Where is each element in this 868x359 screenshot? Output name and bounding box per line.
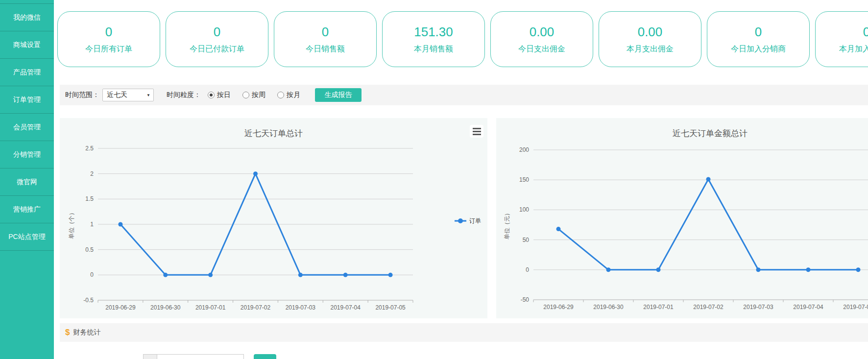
stat-value: 0 <box>863 24 868 40</box>
bottom-search-button[interactable] <box>254 354 276 359</box>
svg-text:2019-06-30: 2019-06-30 <box>150 304 181 311</box>
radio-by-day[interactable]: 按日 <box>208 91 231 99</box>
stat-value: 0 <box>105 24 112 40</box>
svg-text:2019-07-04: 2019-07-04 <box>331 304 361 311</box>
stat-label: 今日已付款订单 <box>190 44 244 54</box>
svg-text:单位（元）: 单位（元） <box>504 210 510 239</box>
sidebar-item-label: PC站点管理 <box>8 233 45 241</box>
stat-card-today-distributors: 0 今日加入分销商 <box>707 11 810 67</box>
dollar-icon: $ <box>65 328 70 337</box>
stat-card-today-orders: 0 今日所有订单 <box>57 11 160 67</box>
time-range-select[interactable]: 近七天 ▼ <box>102 89 154 101</box>
svg-text:2019-07-05: 2019-07-05 <box>843 304 868 311</box>
stat-label: 今日销售额 <box>306 44 345 54</box>
radio-label: 按日 <box>217 91 231 99</box>
stat-label: 本月支出佣金 <box>627 44 674 54</box>
stat-card-today-sales: 0 今日销售额 <box>274 11 377 67</box>
svg-text:2019-06-30: 2019-06-30 <box>593 304 624 311</box>
sidebar-item-label: 分销管理 <box>13 150 41 159</box>
svg-text:2019-07-05: 2019-07-05 <box>375 304 406 311</box>
stat-card-today-commission: 0.00 今日支出佣金 <box>490 11 593 67</box>
svg-text:0: 0 <box>90 271 94 278</box>
svg-text:订单: 订单 <box>469 217 481 224</box>
svg-text:1.5: 1.5 <box>85 195 94 202</box>
sidebar-item-label: 微官网 <box>17 178 37 187</box>
sidebar-item-distribution-mgmt[interactable]: 分销管理 <box>0 141 54 168</box>
bottom-input-addon <box>143 354 157 359</box>
sidebar-item-label: 订单管理 <box>13 96 41 104</box>
sidebar-item-label: 产品管理 <box>13 68 41 77</box>
sidebar-item-member-mgmt[interactable]: 会员管理 <box>0 114 54 141</box>
sidebar-item-product-mgmt[interactable]: 产品管理 <box>0 59 54 86</box>
sidebar-item-my-wechat[interactable]: 我的微信 <box>0 4 54 31</box>
radio-icon <box>277 92 284 98</box>
sidebar-item-label: 会员管理 <box>13 123 41 132</box>
stat-label: 本月销售额 <box>414 44 453 54</box>
svg-text:2019-06-29: 2019-06-29 <box>543 304 574 311</box>
sidebar-item-label: 商城设置 <box>13 41 41 49</box>
stat-value: 0 <box>214 24 220 40</box>
svg-text:2019-06-29: 2019-06-29 <box>105 304 136 311</box>
stat-label: 今日支出佣金 <box>518 44 565 54</box>
filter-bar: 时间范围： 近七天 ▼ 时间粒度： 按日 按周 按月 <box>60 85 868 105</box>
svg-text:2019-07-02: 2019-07-02 <box>693 304 723 311</box>
order-amount-chart-panel: -500501001502002019-06-292019-06-302019-… <box>496 118 868 318</box>
radio-icon <box>242 92 249 98</box>
radio-icon <box>208 92 215 98</box>
bottom-input[interactable] <box>157 354 244 359</box>
stat-value: 0 <box>755 24 762 40</box>
stat-label: 本月加入分销商 <box>839 44 868 54</box>
sidebar-item-marketing[interactable]: 营销推广 <box>0 196 54 223</box>
svg-text:1: 1 <box>90 221 94 228</box>
stat-card-month-commission: 0.00 本月支出佣金 <box>599 11 701 67</box>
sidebar-item-label: 营销推广 <box>13 205 41 214</box>
sidebar-item-pc-site-mgmt[interactable]: PC站点管理 <box>0 223 54 251</box>
radio-by-month[interactable]: 按月 <box>277 91 300 99</box>
granularity-radio-group: 按日 按周 按月 <box>208 91 300 99</box>
charts-row: -0.500.511.522.52019-06-292019-06-302019… <box>60 118 868 318</box>
granularity-label: 时间粒度： <box>167 91 201 99</box>
stat-value: 0.00 <box>638 24 663 40</box>
stat-card-today-paid-orders: 0 今日已付款订单 <box>166 11 268 67</box>
svg-text:150: 150 <box>519 176 529 183</box>
svg-text:200: 200 <box>519 146 529 153</box>
svg-text:2019-07-01: 2019-07-01 <box>195 304 226 311</box>
order-amount-line-chart: -500501001502002019-06-292019-06-302019-… <box>496 118 868 318</box>
chevron-down-icon: ▼ <box>146 93 150 97</box>
sidebar-item-label: 我的微信 <box>13 13 41 22</box>
sidebar: 我的微信 商城设置 产品管理 订单管理 会员管理 分销管理 微官网 营销推广 P… <box>0 0 54 359</box>
stat-value: 0.00 <box>530 24 555 40</box>
orders-chart-panel: -0.500.511.522.52019-06-292019-06-302019… <box>60 118 487 318</box>
radio-by-week[interactable]: 按周 <box>242 91 265 99</box>
generate-report-button[interactable]: 生成报告 <box>315 88 362 102</box>
svg-text:2019-07-04: 2019-07-04 <box>793 304 823 311</box>
stat-card-month-distributors: 0 本月加入分销商 <box>815 11 868 67</box>
radio-label: 按月 <box>287 91 300 99</box>
main-content: 0 今日所有订单 0 今日已付款订单 0 今日销售额 151.30 本月销售额 … <box>54 0 868 359</box>
svg-text:-50: -50 <box>521 296 530 303</box>
stat-value: 151.30 <box>414 24 453 40</box>
stat-label: 今日加入分销商 <box>731 44 786 54</box>
sidebar-item-partial <box>0 0 54 4</box>
svg-text:-0.5: -0.5 <box>83 297 94 304</box>
svg-text:2019-07-03: 2019-07-03 <box>286 304 316 311</box>
svg-text:2: 2 <box>90 170 94 177</box>
svg-text:2019-07-01: 2019-07-01 <box>643 304 674 311</box>
stat-card-month-sales: 151.30 本月销售额 <box>382 11 485 67</box>
stat-label: 今日所有订单 <box>85 44 132 54</box>
radio-label: 按周 <box>252 91 265 99</box>
svg-text:0.5: 0.5 <box>85 246 94 253</box>
chart-menu-icon[interactable] <box>470 125 483 138</box>
stat-cards-row: 0 今日所有订单 0 今日已付款订单 0 今日销售额 151.30 本月销售额 … <box>54 0 868 67</box>
svg-text:单位（个）: 单位（个） <box>68 210 75 239</box>
sidebar-item-mall-settings[interactable]: 商城设置 <box>0 31 54 59</box>
orders-line-chart: -0.500.511.522.52019-06-292019-06-302019… <box>60 118 487 318</box>
finance-section-title: 财务统计 <box>73 328 100 337</box>
sidebar-item-micro-site[interactable]: 微官网 <box>0 168 54 196</box>
svg-text:100: 100 <box>519 206 529 213</box>
finance-section-header: $ 财务统计 <box>60 323 868 342</box>
stat-value: 0 <box>322 24 329 40</box>
svg-text:0: 0 <box>526 266 529 273</box>
sidebar-item-order-mgmt[interactable]: 订单管理 <box>0 86 54 114</box>
svg-text:2019-07-02: 2019-07-02 <box>241 304 271 311</box>
